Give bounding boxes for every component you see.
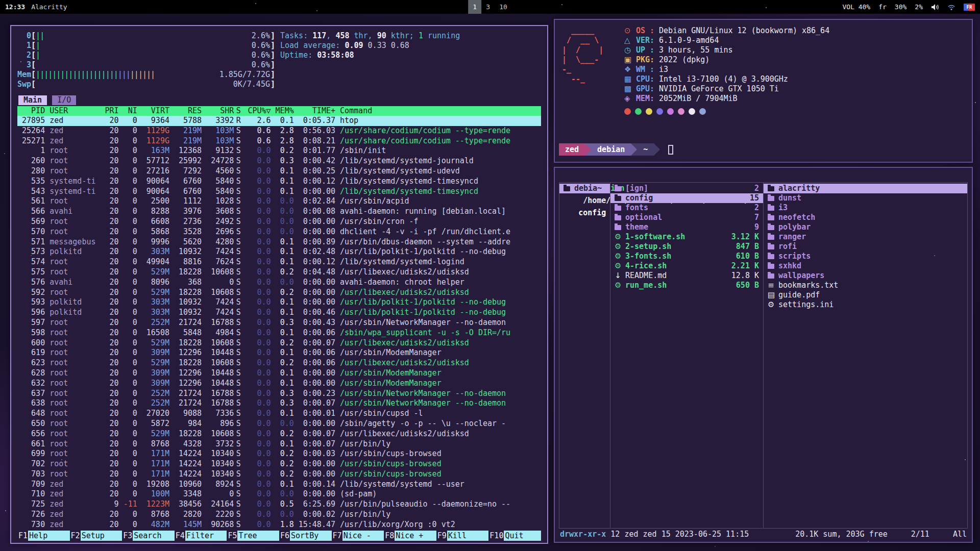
fkey-nice[interactable]: F8Nice + (384, 531, 436, 541)
fkey-kill[interactable]: F9Kill (436, 531, 489, 541)
shell-prompt[interactable]: zeddebian~ (559, 143, 673, 156)
process-row[interactable]: 25264zed2001129G219M103MS0.62.80:56.03/u… (17, 126, 541, 136)
process-row[interactable]: 596polkitd200303M109327424S0.00.10:00.46… (17, 308, 541, 318)
folder-icon (768, 225, 774, 230)
column-header-mem[interactable]: MEM% (271, 106, 294, 116)
htop-terminal-window[interactable]: 0[||2.6%]1[|0.6%]2[|0.6%]3[0.6%]Mem[||||… (10, 25, 548, 544)
workspace-button-3[interactable]: 3 (481, 0, 495, 14)
file-item-neofetch[interactable]: neofetch (764, 213, 967, 222)
fkey-help[interactable]: F1Help (17, 531, 70, 541)
process-row[interactable]: 638root200252M2172416788S0.00.30:00.07/u… (17, 398, 541, 409)
process-row[interactable]: 570root200586835282696S0.00.00:00.00dhcl… (17, 227, 541, 237)
process-row[interactable]: 726zed200876828202220S0.00.00:00.02/usr/… (17, 510, 541, 520)
file-item-optional[interactable]: optional7 (610, 213, 763, 222)
process-row[interactable]: 730zed200482M145M90268S0.01.815:48.47/us… (17, 520, 541, 530)
process-row[interactable]: 25271zed2001129G219M103MS0.62.80:08.21/u… (17, 136, 541, 146)
file-item-debia[interactable]: debia~ (559, 184, 610, 193)
file-item-ign[interactable]: [ign]2 (610, 184, 763, 193)
process-row[interactable]: 661root200876843283732S0.00.10:00.07/usr… (17, 439, 541, 449)
workspace-button-1[interactable]: 1 (468, 0, 481, 14)
column-header-shr[interactable]: SHR (202, 106, 234, 116)
fkey-sortby[interactable]: F6SortBy (279, 531, 332, 541)
process-row[interactable]: 597root200252M2172416788S0.00.30:00.43/u… (17, 318, 541, 328)
process-row[interactable]: 619root200309M1229610448S0.00.10:00.06/u… (17, 348, 541, 358)
process-row[interactable]: 623root200529M1822810608S0.00.20:00.06/u… (17, 358, 541, 368)
process-row[interactable]: 575root200529M1822810608S0.00.20:04.48/u… (17, 267, 541, 278)
file-item-wallpapers[interactable]: wallpapers (764, 271, 967, 281)
fkey-nice[interactable]: F7Nice - (332, 531, 384, 541)
file-item-3-fonts.sh[interactable]: ⚙3-fonts.sh610 B (610, 252, 763, 261)
fkey-quit[interactable]: F10Quit (488, 531, 541, 541)
process-row[interactable]: 576avahi20080963680S0.00.00:00.00avahi-d… (17, 278, 541, 288)
process-row[interactable]: 566avahi200828839763608S0.00.00:00.08ava… (17, 207, 541, 217)
process-row[interactable]: 535systemd-ti2009006467605840S0.00.10:00… (17, 177, 541, 187)
column-header-s[interactable]: S (234, 106, 243, 116)
script-icon: ⚙ (615, 252, 621, 261)
file-item-settings.ini[interactable]: ⚙settings.ini (764, 300, 967, 310)
process-row[interactable]: 543systemd-ti2009006467605840S0.00.10:00… (17, 187, 541, 197)
tab-main[interactable]: Main (18, 95, 47, 105)
tab-i-o[interactable]: I/O (52, 95, 76, 105)
column-header-time[interactable]: TIME+ (294, 106, 335, 116)
process-row[interactable]: 573polkitd200303M109327424S0.00.10:02.48… (17, 247, 541, 257)
column-header-pid[interactable]: PID (17, 106, 45, 116)
fkey-filter[interactable]: F4Filter (175, 531, 227, 541)
process-row[interactable]: 593polkitd200303M109327424S0.00.10:00.00… (17, 297, 541, 308)
file-item-bookmarks.txt[interactable]: ≡bookmarks.txt (764, 281, 967, 290)
process-row[interactable]: 592root200529M1822810608S0.00.20:00.00/u… (17, 288, 541, 298)
process-row[interactable]: 569root200660827362492S0.00.00:00.00/usr… (17, 217, 541, 227)
column-header-cpu[interactable]: CPU%▽ (243, 106, 271, 116)
workspace-button-10[interactable]: 10 (495, 0, 512, 14)
folder-icon (615, 186, 621, 191)
file-item-rofi[interactable]: rofi (764, 242, 967, 252)
file-item-i3[interactable]: i3 (764, 203, 967, 213)
process-row[interactable]: 725zed9-111223M3845624164S0.00.56:25.69/… (17, 499, 541, 510)
process-row[interactable]: 561root200250011121028S0.00.00:02.84/usr… (17, 196, 541, 207)
process-row[interactable]: 656root200529M1822810608S0.00.20:00.07/u… (17, 429, 541, 439)
process-row[interactable]: 632root200309M1229610448S0.00.10:00.00/u… (17, 379, 541, 389)
fkey-search[interactable]: F3Search (122, 531, 175, 541)
process-row[interactable]: 1root200163M123689132S0.00.20:01.77/sbin… (17, 146, 541, 156)
process-row[interactable]: 650root2005872984896S0.00.00:00.00/sbin/… (17, 419, 541, 429)
column-header-ni[interactable]: NI (119, 106, 137, 116)
column-header-command[interactable]: Command (335, 106, 541, 116)
file-item-readme.md[interactable]: ↓README.md12.8 K (610, 271, 763, 281)
process-row[interactable]: 709zed20019208109608924S0.00.10:00.14/li… (17, 480, 541, 490)
file-item-2-setup.sh[interactable]: ⚙2-setup.sh847 B (610, 242, 763, 252)
ranger-terminal-window[interactable]: zed@debian /home/zed/Documents/GitHub/de… (554, 167, 973, 543)
column-header-user[interactable]: USER (45, 106, 100, 116)
fkey-tree[interactable]: F5Tree (227, 531, 279, 541)
column-header-virt[interactable]: VIRT (137, 106, 169, 116)
process-row[interactable]: 27895zed200936457883392R2.60.10:05.37hto… (17, 116, 541, 126)
file-item-guide.pdf[interactable]: ▤guide.pdf (764, 290, 967, 300)
file-item-sxhkd[interactable]: sxhkd (764, 261, 967, 271)
file-item-polybar[interactable]: polybar (764, 222, 967, 232)
process-row[interactable]: 574root2004990488167624S0.00.10:00.12/li… (17, 257, 541, 267)
file-item-4-rice.sh[interactable]: ⚙4-rice.sh2.21 K (610, 261, 763, 271)
process-row[interactable]: 648root2002702090887336S0.00.10:00.01/us… (17, 409, 541, 419)
process-row[interactable]: 637root200252M2172416788S0.00.30:00.23/u… (17, 389, 541, 399)
process-row[interactable]: 280root2002721672924560S0.00.10:00.25/li… (17, 166, 541, 177)
file-item-run-me.sh[interactable]: ⚙run_me.sh650 B (610, 281, 763, 290)
process-row[interactable]: 598root2001650858484984S0.00.10:00.06/sb… (17, 328, 541, 338)
file-item-theme[interactable]: theme9 (610, 222, 763, 232)
file-item-config[interactable]: config15 (610, 193, 763, 203)
process-row[interactable]: 702root200171M1422410340S0.00.20:00.00/u… (17, 459, 541, 469)
process-row[interactable]: 628root200309M1229610448S0.00.10:00.00/u… (17, 368, 541, 379)
process-row[interactable]: 710zed200100M33480S0.00.00:00.00(sd-pam) (17, 489, 541, 499)
process-row[interactable]: 600root200529M1822810608S0.00.20:00.07/u… (17, 338, 541, 348)
file-item-alacritty[interactable]: alacritty (764, 184, 967, 193)
file-item-ranger[interactable]: ranger (764, 232, 967, 242)
process-row[interactable]: 703root200171M1422410340S0.00.20:00.00/u… (17, 469, 541, 480)
file-item-1-software.sh[interactable]: ⚙1-software.sh3.12 K (610, 232, 763, 242)
process-row[interactable]: 260root200577122599224728S0.00.30:00.42/… (17, 156, 541, 166)
fkey-setup[interactable]: F2Setup (70, 531, 122, 541)
process-row[interactable]: 699root200171M1422410340S0.00.20:00.03/u… (17, 449, 541, 459)
column-header-pri[interactable]: PRI (101, 106, 119, 116)
file-item-fonts[interactable]: fonts2 (610, 203, 763, 213)
column-header-res[interactable]: RES (169, 106, 202, 116)
neofetch-terminal-window[interactable]: _____ / __ \ | / | | \___- -_ --_ ⊙OS :D… (554, 19, 973, 163)
file-item-dunst[interactable]: dunst (764, 193, 967, 203)
file-item-scripts[interactable]: scripts (764, 252, 967, 261)
process-row[interactable]: 571messagebus200999656204280S0.00.10:00.… (17, 237, 541, 247)
